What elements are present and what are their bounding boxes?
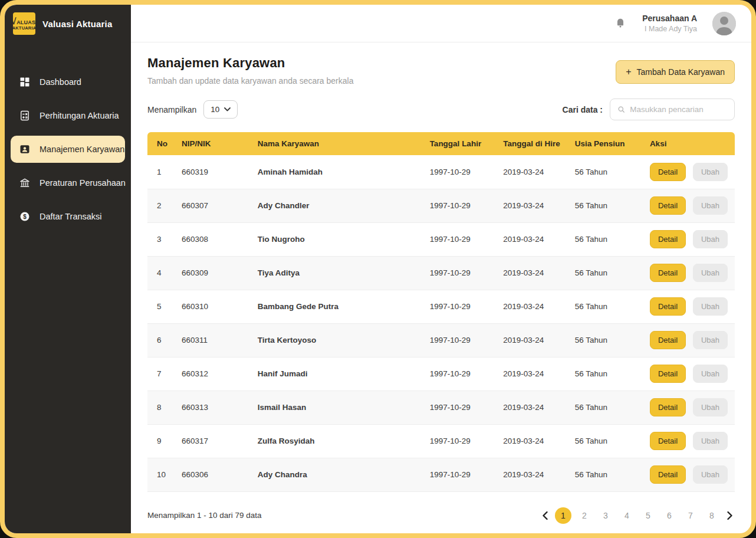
edit-button[interactable]: Ubah — [693, 365, 728, 383]
page-button[interactable]: 8 — [704, 507, 720, 524]
page-button[interactable]: 2 — [576, 507, 593, 524]
cell-actions: Detail Ubah — [643, 323, 735, 357]
cell-actions: Detail Ubah — [643, 189, 735, 222]
logo-check-glyph: √ — [11, 17, 16, 25]
show-label: Menampilkan — [147, 105, 196, 114]
edit-button[interactable]: Ubah — [693, 297, 728, 316]
cell-nip: 660313 — [175, 391, 251, 424]
detail-button[interactable]: Detail — [650, 365, 686, 383]
notification-bell-icon[interactable] — [614, 17, 627, 30]
detail-button[interactable]: Detail — [650, 297, 686, 316]
detail-button[interactable]: Detail — [650, 196, 686, 215]
cell-name: Zulfa Rosyidah — [251, 424, 423, 458]
detail-button[interactable]: Detail — [650, 465, 686, 484]
table-footer: Menampilkan 1 - 10 dari 79 data 12345678 — [147, 507, 735, 538]
cell-retire: 56 Tahun — [568, 290, 643, 323]
dashboard-icon — [18, 76, 31, 88]
search-box — [610, 99, 735, 120]
edit-button[interactable]: Ubah — [693, 264, 728, 282]
table-row: 7 660312 Hanif Jumadi 1997-10-29 2019-03… — [147, 357, 735, 391]
sidebar-item-peraturan-perusahaan[interactable]: Peraturan Perusahaan — [11, 169, 125, 196]
app-logo: √ALUASI AKTUARIA — [13, 12, 35, 35]
cell-retire: 56 Tahun — [568, 155, 643, 189]
search-input[interactable] — [630, 105, 727, 114]
cell-birth: 1997-10-29 — [423, 458, 497, 491]
detail-button[interactable]: Detail — [650, 432, 686, 450]
cell-nip: 660319 — [175, 155, 251, 189]
edit-button[interactable]: Ubah — [693, 398, 728, 416]
cell-no: 9 — [147, 424, 175, 458]
next-page-button[interactable] — [725, 511, 735, 520]
avatar[interactable] — [712, 12, 736, 35]
prev-page-button[interactable] — [540, 511, 550, 520]
table-controls: Menampilkan 10 Cari data : — [147, 99, 735, 120]
edit-button[interactable]: Ubah — [693, 230, 728, 248]
cell-retire: 56 Tahun — [568, 391, 643, 424]
cell-hire: 2019-03-24 — [496, 155, 567, 189]
edit-button[interactable]: Ubah — [693, 432, 728, 450]
cell-nip: 660308 — [175, 222, 251, 256]
cell-actions: Detail Ubah — [643, 222, 735, 256]
cell-retire: 56 Tahun — [568, 256, 643, 290]
page-button[interactable]: 1 — [555, 507, 571, 524]
logo-text-line2: AKTUARIA — [12, 26, 37, 31]
sidebar-item-label: Manajemen Karyawan — [40, 145, 124, 154]
cell-no: 8 — [147, 391, 175, 424]
cell-nip: 660312 — [175, 357, 251, 391]
detail-button[interactable]: Detail — [650, 163, 686, 181]
cell-no: 10 — [147, 458, 175, 491]
cell-nip: 660311 — [175, 323, 251, 357]
edit-button[interactable]: Ubah — [693, 465, 728, 484]
cell-hire: 2019-03-24 — [496, 323, 567, 357]
cell-retire: 56 Tahun — [568, 424, 643, 458]
cell-no: 3 — [147, 222, 175, 256]
cell-name: Tio Nugroho — [251, 222, 423, 256]
sidebar-item-daftar-transaksi[interactable]: $ Daftar Transaksi — [11, 203, 125, 230]
bank-icon — [18, 176, 31, 189]
cell-actions: Detail Ubah — [643, 391, 735, 424]
chevron-right-icon — [727, 511, 732, 520]
page-button[interactable]: 4 — [619, 507, 635, 524]
page-button[interactable]: 6 — [661, 507, 678, 524]
table-row: 5 660310 Bambang Gede Putra 1997-10-29 2… — [147, 290, 735, 323]
add-employee-button[interactable]: + Tambah Data Karyawan — [616, 60, 735, 84]
cell-actions: Detail Ubah — [643, 458, 735, 491]
cell-name: Tiya Aditya — [251, 256, 423, 290]
user-info: Perusahaan A I Made Ady Tiya — [642, 13, 697, 34]
cell-birth: 1997-10-29 — [423, 256, 497, 290]
edit-button[interactable]: Ubah — [693, 331, 728, 349]
cell-hire: 2019-03-24 — [496, 256, 567, 290]
column-header: Nama Karyawan — [251, 132, 423, 155]
table-row: 8 660313 Ismail Hasan 1997-10-29 2019-03… — [147, 391, 735, 424]
cell-actions: Detail Ubah — [643, 155, 735, 189]
cell-birth: 1997-10-29 — [423, 391, 497, 424]
sidebar-item-manajemen-karyawan[interactable]: Manajemen Karyawan — [11, 136, 125, 163]
cell-name: Aminah Hamidah — [251, 155, 423, 189]
page-button[interactable]: 7 — [682, 507, 699, 524]
cell-birth: 1997-10-29 — [423, 155, 497, 189]
sidebar-item-perhitungan-aktuaria[interactable]: Perhitungan Aktuaria — [11, 102, 125, 129]
cell-birth: 1997-10-29 — [423, 357, 497, 391]
cell-no: 7 — [147, 357, 175, 391]
cell-no: 1 — [147, 155, 175, 189]
detail-button[interactable]: Detail — [650, 264, 686, 282]
page-button[interactable]: 3 — [597, 507, 614, 524]
detail-button[interactable]: Detail — [650, 398, 686, 416]
table-body: 1 660319 Aminah Hamidah 1997-10-29 2019-… — [147, 155, 735, 491]
add-employee-button-label: Tambah Data Karyawan — [637, 67, 725, 77]
cell-name: Ismail Hasan — [251, 391, 423, 424]
detail-button[interactable]: Detail — [650, 230, 686, 248]
brand: √ALUASI AKTUARIA Valuasi Aktuaria — [5, 5, 131, 42]
sidebar-item-dashboard[interactable]: Dashboard — [11, 68, 125, 96]
edit-button[interactable]: Ubah — [693, 196, 728, 215]
cell-retire: 56 Tahun — [568, 222, 643, 256]
sidebar-item-label: Peraturan Perusahaan — [40, 178, 126, 188]
detail-button[interactable]: Detail — [650, 331, 686, 349]
page-button[interactable]: 5 — [640, 507, 656, 524]
page-size-select[interactable]: 10 — [203, 100, 238, 119]
cell-nip: 660310 — [175, 290, 251, 323]
cell-name: Ady Chandler — [251, 189, 423, 222]
edit-button[interactable]: Ubah — [693, 163, 728, 181]
cell-birth: 1997-10-29 — [423, 323, 497, 357]
cell-hire: 2019-03-24 — [496, 458, 567, 491]
